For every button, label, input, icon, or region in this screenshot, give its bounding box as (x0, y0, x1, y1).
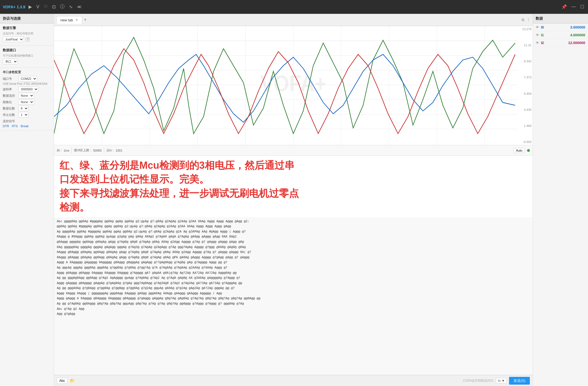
flow-signal-label: 流控信号 (3, 119, 51, 123)
minimize-icon[interactable]: — (570, 3, 577, 11)
menu-icon-7[interactable]: ≪ (76, 3, 83, 11)
sidebar-header: 协议与连接 (0, 14, 54, 24)
toolbar-sep-1 (71, 148, 72, 153)
tab-menu-icon[interactable]: ⋮ (527, 17, 530, 22)
zoom-dot (527, 149, 530, 152)
annotation-line-1: 红、绿、蓝分别是Mcu检测到的3相电压，然后通过串 (60, 159, 527, 172)
channel-row-i2: 👁 I2 12.000000 (533, 39, 588, 47)
chart-area: VOFA+ 13.279 11.31 9.342 7.373 5.404 3.4… (54, 26, 533, 145)
send-button[interactable]: 发送(S) (509, 377, 530, 385)
data-engine-sublabel: 点击问号：前往详细文档 (3, 32, 51, 35)
port-row: 端口号 COM22 (3, 76, 51, 81)
interface-select[interactable]: 串口 TCP UDP (3, 59, 18, 64)
baud-select[interactable]: 3000000 115200 (18, 86, 38, 92)
parity-select[interactable]: None (18, 99, 34, 105)
menu-icon-5[interactable]: ⓘ (59, 3, 66, 11)
serial-line-18: A@@ @?@A@@ (57, 311, 530, 316)
toolbar-sep-2 (104, 148, 104, 153)
menu-icon-1[interactable]: ▶ (27, 3, 33, 11)
channel-value-i1: 4.000000 (570, 33, 585, 37)
channel-row-i1: 👁 I1 4.000000 (533, 31, 588, 39)
serial-data-area[interactable]: Abc @@@@0A@ @@0A@ #@@@@A@ @@0A@ @@A@ @@0… (54, 217, 533, 375)
serial-line-10: A@@@ @0A@@@ @0A@@@ 0A@@@@ 0A@@@@ 0A@@@@ … (57, 270, 530, 275)
stopbits-select[interactable]: 1 (18, 112, 29, 117)
abc-button[interactable]: Abc (57, 378, 68, 384)
channel-eye-i2[interactable]: 👁 (536, 41, 539, 45)
annotation-line-3: 接下来寻找滤波算法处理，进一步调试无刷电机过零点 (60, 186, 527, 200)
menu-icon-4[interactable]: ⊡ (51, 3, 57, 11)
annotation-text: 红、绿、蓝分别是Mcu检测到的3相电压，然后通过串 口发送到上位机记性显示。完美… (60, 159, 527, 214)
toolbar-points: 点/s： 1001 (106, 148, 122, 152)
sidebar-header-label: 协议与连接 (3, 16, 21, 21)
toolbar-deltat: Δt： 1ms (57, 148, 69, 152)
folder-icon[interactable]: 📁 (70, 378, 75, 383)
tab-copy-icon[interactable]: ⧉ (522, 17, 524, 22)
port-select[interactable]: COM22 (18, 76, 37, 81)
serial-line-12: A@@@ @A@@@@ @0A@@@@ @A@@A@ @?@A@0A@ @?@A… (57, 281, 530, 286)
parity-row: 校验位 None (3, 99, 51, 105)
app-title: VOFA+ 1.3.9 (3, 5, 25, 9)
serial-line-9: A@ @@pA@ @@@A@ @@@0A@ @@@0A@ @?@@0A@ @?@… (57, 265, 530, 270)
tab-label: new tab (60, 18, 73, 22)
annotation-line-4: 检测。 (60, 200, 527, 214)
pin-icon[interactable]: 📌 (560, 3, 568, 11)
serial-line-4: @0A@@@ @@@@A@ @@0A@@ @0A@A@ @A@@ @?A@0@ … (57, 239, 530, 244)
serial-line-7: 0A@@@ @0A@@@ @0A@A@ @@0A@@ @0A@A@ @A@@ @… (57, 255, 530, 260)
signal-rts[interactable]: RTS (12, 124, 18, 128)
serial-line-11: A@ @@ @@@A@0A@@ @@0A@@ @?A@2 A@A@@@@ @pA… (57, 275, 530, 280)
tab-new-tab[interactable]: new tab ✕ (56, 16, 82, 24)
deltat-value: 1ms (63, 149, 69, 152)
channel-row-i0: 👁 I0 3.000000 (533, 24, 588, 31)
menu-icon-2[interactable]: V (35, 3, 40, 11)
channel-eye-i0[interactable]: 👁 (536, 25, 539, 29)
serial-line-15: A@@@ @A@@@ A 0A@@@@ @0A@@@@ 0A@@@@@ @0A@… (57, 296, 530, 301)
buffer-value: 50000 (93, 149, 102, 152)
tab-bar: new tab ✕ + ⧉ ⋮ (54, 14, 533, 26)
help-button[interactable]: ? (25, 37, 30, 42)
parity-label: 校验位 (3, 100, 17, 104)
auto-button[interactable]: Auto (513, 148, 525, 153)
baud-label: 波特率 (3, 87, 17, 91)
serial-line-0: Abc @@@@0A@ @@0A@ #@@@@A@ @@0A@ @@A@ @@0… (57, 219, 530, 224)
databits-select[interactable]: 8 (18, 106, 29, 111)
serial-line-6: 0A@@@ @0A@@@ @0A@A@ @@0A@@ @0A@A@ @A@@ @… (57, 250, 530, 255)
menu-icon-6[interactable]: ∿ (68, 3, 74, 11)
sidebar: 协议与连接 数据引擎 点击问号：前往详细文档 JustFloat RawData… (0, 14, 54, 386)
deltat-label: Δt： (57, 148, 63, 152)
maximize-icon[interactable]: ☐ (579, 3, 585, 11)
serial-line-13: A@ @@ @@@A0A@ @?@0A@@ @?@@0A@ @?@@0@@ @?… (57, 286, 530, 291)
annotation-overlay: 红、绿、蓝分别是Mcu检测到的3相电压，然后通过串 口发送到上位机记性显示。完美… (54, 156, 533, 217)
tab-add-button[interactable]: + (84, 17, 87, 23)
channel-name-i1: I1 (541, 33, 569, 37)
flow-label: 数据流控 (3, 94, 17, 98)
channel-value-i0: 3.000000 (570, 25, 585, 29)
flow-select[interactable]: None (18, 93, 34, 98)
right-panel: 数据 👁 I0 3.000000 👁 I1 4.000000 👁 I2 12.0… (533, 14, 588, 386)
bottom-bar: Abc 📁 CSDN@宝锦致远2021 \n ▼ 发送(S) (54, 375, 533, 386)
points-value: 1001 (115, 149, 122, 152)
csdn-watermark: CSDN@宝锦致远2021 (463, 379, 494, 383)
serial-line-3: 0A@@@ @ #0A@@@ @@0A@ @@0A@ @pA@@ @2@A@ @… (57, 234, 530, 239)
channel-value-i2: 12.000000 (568, 41, 585, 45)
serial-line-17: Abc @?A@ @2 A@@ (57, 306, 530, 311)
signal-row: DTR RTS Break (3, 124, 51, 128)
right-panel-header: 数据 (533, 14, 588, 24)
tab-close-icon[interactable]: ✕ (75, 18, 78, 22)
serial-line-16: A@ @@ @?A@0A@ @@0A@@@ @0@?A@ @0@?A@ @@pA… (57, 301, 530, 306)
signal-break[interactable]: Break (20, 124, 29, 128)
serial-line-2: A@ @@@@0A@ @@0A@ #@@@@A@ @@0A@ @@A@ @@0A… (57, 229, 530, 234)
port-desc: USB Serial Port, FTDI, AR0JHKG5A (3, 82, 51, 85)
signal-dtr[interactable]: DTR (3, 124, 9, 128)
channel-eye-i1[interactable]: 👁 (536, 33, 539, 37)
buffer-label: 缓冲区上限： (74, 148, 92, 152)
data-interface-title: 数据接口 (3, 48, 51, 53)
annotation-line-2: 口发送到上位机记性显示。完美。 (60, 172, 527, 186)
newline-select[interactable]: \n ▼ (496, 378, 507, 384)
section-serial-config: 串口参数配置 端口号 COM22 USB Serial Port, FTDI, … (0, 68, 54, 130)
flow-row: 数据流控 None (3, 93, 51, 98)
channel-name-i0: I0 (541, 25, 569, 29)
chart-svg: VOFA+ (54, 26, 533, 145)
engine-select[interactable]: JustFloat RawData (3, 37, 24, 42)
menu-icon-3[interactable]: ♡ (43, 3, 49, 11)
databits-row: 数据位数 8 (3, 106, 51, 111)
